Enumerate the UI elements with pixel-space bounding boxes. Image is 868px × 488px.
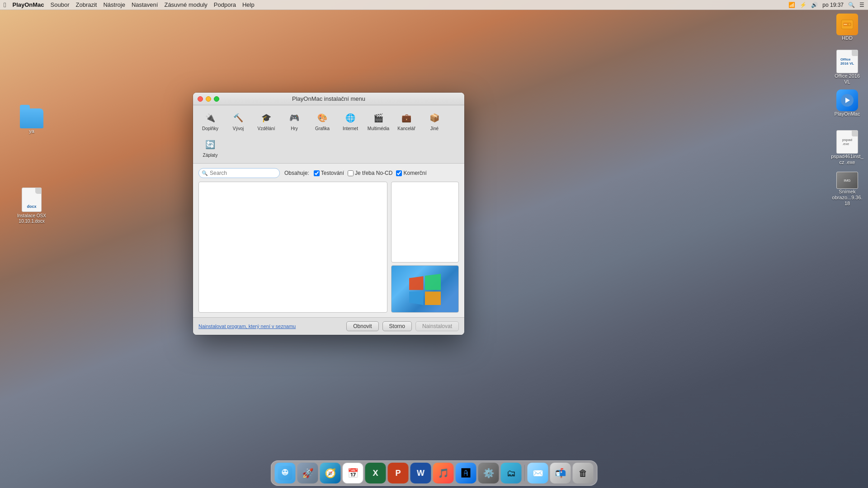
- close-button[interactable]: [198, 96, 203, 102]
- menubar-podpora[interactable]: Podpora: [214, 1, 236, 8]
- hry-label: Hry: [291, 126, 298, 131]
- vzdelani-label: Vzdělání: [258, 126, 275, 131]
- dock-item-launchpad[interactable]: 🚀: [297, 463, 318, 483]
- internet-label: Internet: [343, 126, 358, 131]
- dock-item-sysprefs[interactable]: ⚙️: [478, 463, 499, 483]
- filter-nocd-checkbox[interactable]: [348, 170, 354, 176]
- toolbar-item-vyvoj[interactable]: 🔨 Vývoj: [226, 109, 251, 133]
- toolbar-item-grafika[interactable]: 🎨 Grafika: [310, 109, 335, 133]
- hry-icon: 🎮: [287, 111, 302, 125]
- desktop-icon-docx-label: Instalace OSX 10.10.1.docx: [14, 213, 50, 224]
- menubar-zasuvne-moduly[interactable]: Zásuvné moduly: [164, 1, 207, 8]
- internet-icon: 🌐: [343, 111, 358, 125]
- desktop-icon-hdd[interactable]: HDD: [831, 14, 863, 41]
- menubar-nastaveni[interactable]: Nastavení: [132, 1, 158, 8]
- program-list[interactable]: [198, 182, 387, 313]
- menubar-zobrazit[interactable]: Zobrazit: [76, 1, 97, 8]
- dock-item-finder[interactable]: [275, 463, 296, 483]
- dock-item-mail[interactable]: ✉️: [528, 463, 548, 483]
- minimize-button[interactable]: [206, 96, 211, 102]
- filter-komercni: Komerční: [396, 170, 426, 176]
- toolbar-item-multimedia[interactable]: 🎬 Multimédia: [366, 109, 391, 133]
- search-wrapper: 🔍: [198, 168, 280, 178]
- menubar-wifi-icon: 📶: [788, 2, 795, 8]
- grafika-label: Grafika: [315, 126, 330, 131]
- playonmac-icon: [836, 89, 858, 111]
- desktop-icon-snimek[interactable]: IMG Snímek obrazo...9.36.18: [831, 172, 863, 207]
- toolbar-item-zaplaty[interactable]: 🔄 Záplaty: [198, 136, 223, 160]
- kancelar-icon: 💼: [399, 111, 414, 125]
- kancelar-label: Kancelář: [397, 126, 415, 131]
- dock-item-appstore[interactable]: 🅰: [456, 463, 476, 483]
- menubar-search-icon[interactable]: 🔍: [848, 2, 855, 8]
- install-button[interactable]: Nainstalovat: [415, 321, 459, 331]
- desktop-icon-playonmac[interactable]: PlayOnMac: [831, 89, 863, 117]
- svg-point-2: [848, 23, 851, 26]
- dialog-titlebar: PlayOnMac instalační menu: [193, 93, 464, 105]
- dock-item-word[interactable]: W: [410, 463, 431, 483]
- jine-label: Jiné: [430, 126, 439, 131]
- filter-testovani-label: Testování: [321, 170, 344, 176]
- dock-item-trash[interactable]: 🗑: [573, 463, 594, 483]
- desktop-icon-hdd-label: HDD: [842, 35, 853, 41]
- menubar-menu-icon[interactable]: ☰: [859, 2, 864, 8]
- dock-item-calendar[interactable]: 📅: [343, 463, 363, 483]
- zaplaty-icon: 🔄: [203, 137, 217, 152]
- menubar-help[interactable]: Help: [242, 1, 255, 8]
- dialog-title: PlayOnMac instalační menu: [198, 95, 460, 102]
- menubar-time: po 19:37: [822, 2, 844, 8]
- menubar-right: 📶 ⚡ 🔊 po 19:37 🔍 ☰: [788, 2, 864, 8]
- vyvoj-label: Vývoj: [233, 126, 244, 131]
- menubar-nastroje[interactable]: Nástroje: [103, 1, 125, 8]
- filter-komercni-label: Komerční: [403, 170, 426, 176]
- cancel-button[interactable]: Storno: [382, 321, 412, 331]
- filter-komercni-checkbox[interactable]: [396, 170, 402, 176]
- toolbar-item-hry[interactable]: 🎮 Hry: [282, 109, 307, 133]
- toolbar-item-jine[interactable]: 📦 Jiné: [422, 109, 447, 133]
- dock-item-powerpoint[interactable]: P: [388, 463, 409, 483]
- filter-testovani: Testování: [314, 170, 344, 176]
- dialog: PlayOnMac instalační menu 🔌 Doplňky 🔨 Vý…: [193, 93, 464, 335]
- toolbar-item-kancelar[interactable]: 💼 Kancelář: [394, 109, 419, 133]
- search-icon: 🔍: [202, 170, 208, 176]
- dock-item-finder2[interactable]: 🗂: [501, 463, 522, 483]
- toolbar-item-vzdelani[interactable]: 🎓 Vzdělání: [254, 109, 279, 133]
- maximize-button[interactable]: [214, 96, 219, 102]
- jine-icon: 📦: [427, 111, 442, 125]
- apple-menu[interactable]: : [4, 1, 6, 9]
- vyvoj-icon: 🔨: [231, 111, 245, 125]
- toolbar-item-internet[interactable]: 🌐 Internet: [338, 109, 363, 133]
- menubar-soubor[interactable]: Soubor: [51, 1, 70, 8]
- dialog-toolbar: 🔌 Doplňky 🔨 Vývoj 🎓 Vzdělání 🎮 Hry 🎨 Gra…: [193, 105, 464, 164]
- dock-item-safari[interactable]: 🧭: [320, 463, 341, 483]
- menubar:  PlayOnMac Soubor Zobrazit Nástroje Nas…: [0, 0, 868, 10]
- desktop-icon-office2016[interactable]: Office2016 VL Office 2016 VL: [831, 50, 863, 85]
- dock-item-notes[interactable]: 📬: [550, 463, 571, 483]
- filter-no-cd: Je třeba No-CD: [348, 170, 392, 176]
- install-link[interactable]: Nainstalovat program, který není v sezna…: [198, 324, 296, 329]
- filter-testovani-checkbox[interactable]: [314, 170, 320, 176]
- desktop-icon-pspad[interactable]: pspad.exe pspad461inst_cz .exe: [831, 130, 863, 165]
- menubar-appname[interactable]: PlayOnMac: [12, 1, 44, 8]
- dock-item-itunes[interactable]: 🎵: [433, 463, 454, 483]
- dock-item-excel[interactable]: X: [365, 463, 386, 483]
- toolbar-item-doplnky[interactable]: 🔌 Doplňky: [198, 109, 223, 133]
- hdd-icon: [836, 14, 858, 35]
- svg-point-7: [283, 470, 285, 472]
- desktop-icon-docx[interactable]: docx Instalace OSX 10.10.1.docx: [14, 188, 50, 224]
- search-input[interactable]: [198, 168, 280, 178]
- vzdelani-icon: 🎓: [259, 111, 274, 125]
- multimedia-icon: 🎬: [371, 111, 386, 125]
- desktop-icon-office2016-label: Office 2016 VL: [831, 73, 863, 85]
- filter-group: Testování Je třeba No-CD Komerční: [314, 170, 427, 176]
- svg-point-8: [286, 470, 288, 472]
- multimedia-label: Multimédia: [368, 126, 389, 131]
- desktop-icon-playonmac-label: PlayOnMac: [835, 111, 860, 117]
- dialog-content: 🔍 Obsahuje: Testování Je třeba No-CD: [193, 164, 464, 317]
- refresh-button[interactable]: Obnovit: [346, 321, 378, 331]
- grafika-icon: 🎨: [315, 111, 330, 125]
- dialog-footer: Nainstalovat program, který není v sezna…: [193, 317, 464, 335]
- desktop-icon-ya[interactable]: ya: [14, 108, 50, 134]
- preview-image: [391, 265, 459, 313]
- traffic-lights: [198, 96, 219, 102]
